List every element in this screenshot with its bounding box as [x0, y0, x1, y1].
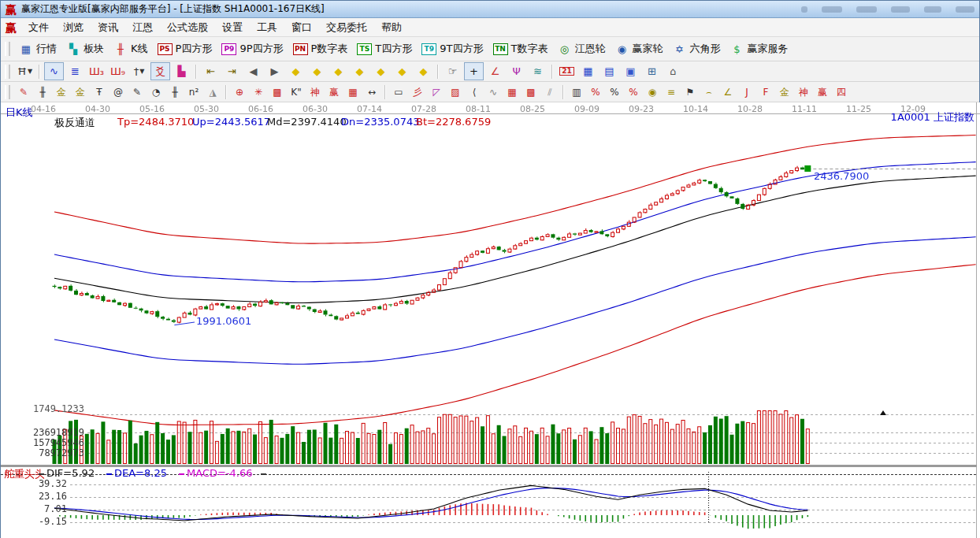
calculator-button[interactable]: ▦	[578, 62, 598, 80]
j-angle-tool-button[interactable]: J	[737, 83, 756, 101]
four-angle-tool-button[interactable]: 四	[832, 83, 851, 101]
gold-grid2-tool-button[interactable]: 金	[71, 83, 90, 101]
next-page-button[interactable]: ▶	[265, 62, 284, 80]
percent-tool-button[interactable]: %	[605, 83, 624, 101]
legend-indicator-name[interactable]: 极反通道	[54, 116, 95, 130]
menu-文件[interactable]: 文件	[21, 19, 56, 36]
wave-count-tool-button[interactable]: ≋	[528, 62, 548, 80]
volume-profile-button[interactable]: ▙	[172, 62, 191, 80]
p-square-button[interactable]: PSP四方形	[153, 40, 217, 58]
menu-公式选股[interactable]: 公式选股	[160, 19, 215, 36]
titlebar-blurred-control[interactable]	[822, 6, 842, 13]
first-bar-button[interactable]: ⇤	[201, 62, 221, 80]
minute-3-button[interactable]: Ш₃	[87, 62, 106, 80]
p-number-table-button[interactable]: PNP数字表	[288, 40, 353, 58]
k-quote-tool-button[interactable]: K"	[287, 83, 306, 101]
titlebar[interactable]: 赢 赢家江恩专业版[赢家内部服务平台] - [上证指数 SH1A0001-167…	[1, 1, 979, 18]
grid-red-tool-button[interactable]: ▦	[503, 83, 522, 101]
p9-square-button[interactable]: P99P四方形	[217, 40, 288, 58]
gann-wheel-button[interactable]: ◎江恩轮	[552, 40, 610, 58]
menu-江恩[interactable]: 江恩	[125, 19, 160, 36]
angle-mirror-tool-button[interactable]: ◮	[203, 83, 222, 101]
spiral-tool-button[interactable]: @	[109, 83, 128, 101]
box-measure-tool-button[interactable]: ▭	[389, 83, 408, 101]
star-web-tool-button[interactable]: ✳	[249, 83, 268, 101]
titlebar-blurred-control[interactable]	[956, 6, 974, 13]
gold-circle-tool-button[interactable]: ◉	[643, 83, 662, 101]
diamond-x-button[interactable]: ◆	[350, 62, 369, 80]
win-angle-tool-button[interactable]: 赢	[813, 83, 832, 101]
win-grid-tool-button[interactable]: 赢	[325, 83, 343, 101]
calendar-button[interactable]: 21	[557, 62, 577, 80]
arc-channel-tool-button[interactable]: ⌢	[700, 83, 718, 101]
web-box-tool-button[interactable]: ▩	[268, 83, 287, 101]
system-tool-button[interactable]: ⌂	[663, 62, 683, 80]
titlebar-blurred-control[interactable]	[924, 6, 941, 13]
menu-帮助[interactable]: 帮助	[374, 19, 409, 36]
menu-工具[interactable]: 工具	[250, 19, 284, 36]
export-button[interactable]: ⊞	[642, 62, 662, 80]
gann-shape-tool-button[interactable]: Ψ	[507, 62, 526, 80]
ruler-pencil-tool-button[interactable]: ✎	[128, 83, 147, 101]
diamond-left-button[interactable]: ◆	[286, 62, 306, 80]
parallel-lines-tool-button[interactable]: ⫽	[540, 83, 559, 101]
grid-lines-tool-button[interactable]: ╫	[33, 83, 52, 101]
n-square-tool-button[interactable]: n²	[184, 83, 203, 101]
diamond-star-button[interactable]: ◆	[392, 62, 412, 80]
menu-交易委托[interactable]: 交易委托	[319, 19, 374, 36]
diamond-right-button[interactable]: ◆	[307, 62, 327, 80]
diamond-cross-button[interactable]: ◆	[414, 62, 433, 80]
angle-rays-tool-button[interactable]: ⟨	[465, 83, 484, 101]
gold-line-angle-tool-button[interactable]: ∠	[718, 83, 737, 101]
t-number-table-button[interactable]: TNT数字表	[488, 40, 553, 58]
f-grid-tool-button[interactable]: Ŧ	[90, 83, 109, 101]
last-bar-button[interactable]: ⇥	[222, 62, 242, 80]
brush-tool-button[interactable]: ✎	[14, 83, 33, 101]
hand-tool-button[interactable]: ☞	[443, 62, 462, 80]
gold-grid-tool-button[interactable]: 金	[52, 83, 71, 101]
diamond-h-button[interactable]: ◆	[329, 62, 348, 80]
zigzag-tool-button[interactable]: ∿	[484, 83, 503, 101]
titlebar-blurred-control[interactable]	[856, 6, 877, 13]
winner-service-button[interactable]: $赢家服务	[725, 40, 793, 58]
target-cross-tool-button[interactable]: ⊕	[230, 83, 249, 101]
kline-period-dropdown-button[interactable]: Ħ▼	[15, 62, 35, 80]
pct-level-tool-button[interactable]: %	[624, 83, 643, 101]
prev-page-button[interactable]: ◀	[243, 62, 263, 80]
gold-level-tool-button[interactable]: ≡	[662, 83, 681, 101]
sectors-button[interactable]: ▚板块	[61, 40, 109, 58]
menu-设置[interactable]: 设置	[215, 19, 250, 36]
fan-lines-tool-button[interactable]: 彡	[408, 83, 427, 101]
circle-arc-tool-button[interactable]: ◔	[147, 83, 165, 101]
pattern-box-button[interactable]: 爻	[150, 62, 170, 80]
num-grid-tool-button[interactable]: ▦	[343, 83, 362, 101]
minute-9-button[interactable]: Ш₉	[108, 62, 128, 80]
measure-angle-tool-button[interactable]: ∠	[485, 62, 505, 80]
fan-box-tool-button[interactable]: ◸	[427, 83, 446, 101]
titlebar-blurred-control[interactable]	[891, 6, 910, 13]
gold-angle-tool-button[interactable]: 金	[775, 83, 794, 101]
menu-浏览[interactable]: 浏览	[56, 19, 91, 36]
flag-pencil-tool-button[interactable]: ⚑	[681, 83, 700, 101]
shen-angle-tool-button[interactable]: 神	[794, 83, 813, 101]
count-bars-tool-button[interactable]: ▥	[567, 83, 586, 101]
info-note-button[interactable]: ≣	[65, 62, 85, 80]
pct-measure-tool-button[interactable]: %	[586, 83, 605, 101]
candle-style-dropdown-button[interactable]: †▼	[129, 62, 149, 80]
t9-square-button[interactable]: T99T四方形	[417, 40, 488, 58]
save-button[interactable]: ▣	[621, 62, 640, 80]
menu-资讯[interactable]: 资讯	[91, 19, 125, 36]
grid-red2-tool-button[interactable]: ▩	[522, 83, 540, 101]
quotes-button[interactable]: ▦行情	[14, 40, 61, 58]
winner-wheel-button[interactable]: ◉赢家轮	[610, 40, 667, 58]
menu-窗口[interactable]: 窗口	[284, 19, 319, 36]
overlay-wave-button[interactable]: ∿	[44, 62, 64, 80]
span-arrows-tool-button[interactable]: ↔	[362, 83, 381, 101]
hatch-tool-button[interactable]: ╫	[165, 83, 184, 101]
hexagon-button[interactable]: ✡六角形	[667, 40, 725, 58]
t-square-button[interactable]: TST四方形	[352, 40, 417, 58]
crosshair-tool-button[interactable]: +	[464, 62, 484, 80]
kline-button[interactable]: ╫K线	[109, 40, 153, 58]
diamond-plus-button[interactable]: ◆	[371, 62, 391, 80]
web-square-tool-button[interactable]: ▨	[446, 83, 465, 101]
